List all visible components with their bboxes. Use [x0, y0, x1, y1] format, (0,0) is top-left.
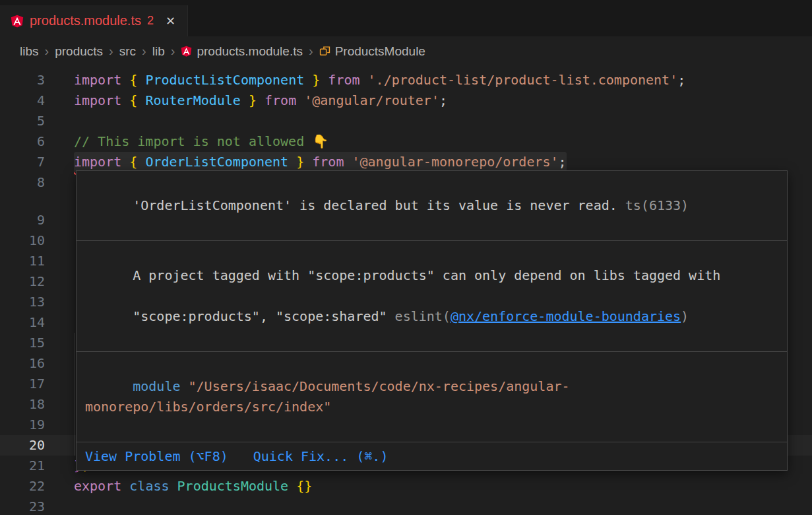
angular-icon: [181, 46, 192, 57]
breadcrumb-separator: ›: [171, 44, 175, 59]
line-number[interactable]: 23: [0, 497, 45, 515]
breadcrumb: libs › products › src › lib › products.m…: [0, 36, 812, 66]
line-number[interactable]: 3: [0, 70, 45, 90]
line-number[interactable]: 19: [0, 415, 45, 435]
code-text[interactable]: import { OrderListComponent } from '@ang…: [74, 152, 567, 172]
eslint-rule-link[interactable]: @nx/enforce-module-boundaries: [451, 308, 681, 324]
line-number[interactable]: 12: [0, 271, 45, 292]
eslint-message-line2: "scope:products", "scope:shared": [133, 308, 394, 324]
tab-problems-badge: 2: [147, 14, 154, 28]
ts-diagnostic-message: 'OrderListComponent' is declared but its…: [133, 197, 617, 213]
breadcrumb-item-products[interactable]: products: [55, 44, 103, 59]
code-text[interactable]: export class ProductsModule {}: [74, 476, 312, 497]
line-number[interactable]: 21: [0, 456, 45, 476]
line-number[interactable]: 6: [0, 131, 45, 152]
breadcrumb-item-lib[interactable]: lib: [152, 44, 165, 59]
eslint-message-line1: A project tagged with "scope:products" c…: [133, 267, 720, 283]
line-number[interactable]: 22: [0, 476, 45, 497]
line-number[interactable]: 8: [0, 172, 45, 193]
ts-diagnostic: 'OrderListComponent' is declared but its…: [77, 171, 787, 240]
line-number[interactable]: 10: [0, 230, 45, 251]
line-number[interactable]: 11: [0, 251, 45, 271]
eslint-diagnostic: A project tagged with "scope:products" c…: [77, 241, 787, 351]
tab-label: products.module.ts: [30, 13, 141, 28]
line-number[interactable]: 9: [0, 210, 45, 230]
line-number[interactable]: 17: [0, 374, 45, 394]
breadcrumb-item-libs[interactable]: libs: [20, 44, 39, 59]
line-number[interactable]: 16: [0, 353, 45, 374]
code-line-22[interactable]: 22export class ProductsModule {}: [0, 476, 812, 497]
tab-products-module[interactable]: products.module.ts 2 ✕: [0, 5, 188, 36]
line-number[interactable]: 20: [0, 435, 45, 456]
breadcrumb-separator: ›: [45, 44, 49, 59]
ts-diagnostic-source: ts(6133): [625, 197, 689, 213]
tab-close-icon[interactable]: ✕: [166, 15, 175, 27]
breadcrumb-separator: ›: [142, 44, 146, 59]
breadcrumb-separator: ›: [109, 44, 113, 59]
module-keyword: module: [133, 378, 180, 394]
hover-diagnostics-popup: 'OrderListComponent' is declared but its…: [76, 170, 788, 471]
line-number[interactable]: 18: [0, 394, 45, 415]
eslint-source-close: ): [681, 308, 689, 324]
code-text[interactable]: import { ProductListComponent } from './…: [74, 70, 685, 90]
popup-action-bar: View Problem (⌥F8) Quick Fix... (⌘.): [77, 442, 787, 470]
breadcrumb-item-src[interactable]: src: [119, 44, 136, 59]
module-info: module "/Users/isaac/Documents/code/nx-r…: [77, 352, 787, 442]
code-line-4[interactable]: 4import { RouterModule } from '@angular/…: [0, 90, 812, 111]
code-line-6[interactable]: 6// This import is not allowed 👇: [0, 131, 812, 152]
module-path-line2: monorepo/libs/orders/src/index": [85, 399, 331, 415]
eslint-source-open: eslint(: [395, 308, 451, 324]
line-number[interactable]: 5: [0, 111, 45, 131]
class-symbol-icon: [319, 46, 330, 57]
code-editor[interactable]: 3import { ProductListComponent } from '.…: [0, 66, 812, 515]
breadcrumb-item-symbol[interactable]: ProductsModule: [319, 44, 425, 59]
code-text[interactable]: // This import is not allowed 👇: [74, 131, 328, 152]
line-number[interactable]: 13: [0, 292, 45, 312]
line-number[interactable]: 15: [0, 333, 45, 353]
tab-bar: products.module.ts 2 ✕: [0, 0, 812, 36]
code-line-23[interactable]: 23: [0, 497, 812, 515]
module-path-line1: "/Users/isaac/Documents/code/nx-recipes/…: [181, 378, 570, 394]
code-text[interactable]: import { RouterModule } from '@angular/r…: [74, 90, 447, 111]
angular-icon: [11, 15, 24, 28]
breadcrumb-separator: ›: [309, 44, 313, 59]
line-number[interactable]: 14: [0, 312, 45, 333]
line-number[interactable]: 4: [0, 90, 45, 111]
breadcrumb-item-file[interactable]: products.module.ts: [181, 44, 303, 59]
line-number[interactable]: 7: [0, 152, 45, 172]
code-line-5[interactable]: 5: [0, 111, 812, 131]
view-problem-link[interactable]: View Problem (⌥F8): [85, 447, 228, 465]
quick-fix-link[interactable]: Quick Fix... (⌘.): [253, 447, 389, 465]
code-line-7[interactable]: 7import { OrderListComponent } from '@an…: [0, 152, 812, 172]
code-line-3[interactable]: 3import { ProductListComponent } from '.…: [0, 70, 812, 90]
